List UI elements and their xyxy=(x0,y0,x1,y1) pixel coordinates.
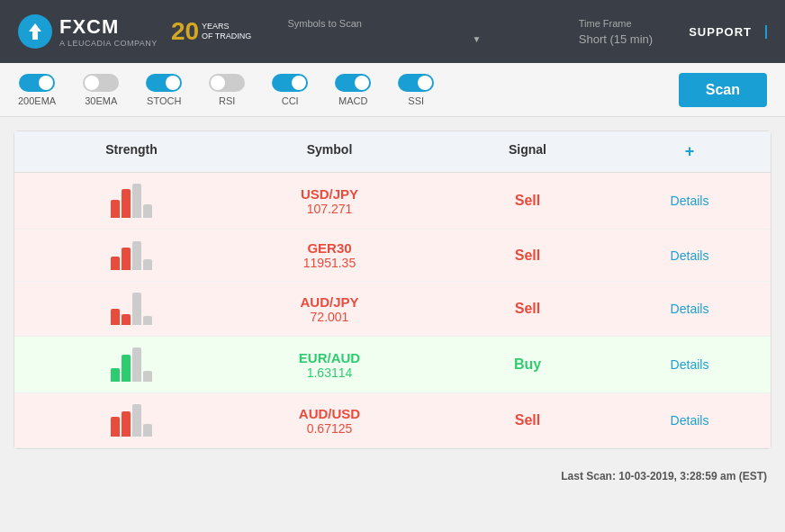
bar-chart-bar xyxy=(132,404,141,437)
details-link[interactable]: Details xyxy=(671,302,709,316)
signal-cell: Sell xyxy=(429,248,627,264)
symbols-label: Symbols to Scan xyxy=(287,18,362,29)
symbol-cell: EUR/AUD1.63114 xyxy=(230,350,429,380)
signal-cell: Sell xyxy=(429,412,627,428)
bar-chart-bar xyxy=(143,259,152,270)
bar-chart-bar xyxy=(132,184,141,218)
toggle-rsi[interactable] xyxy=(209,74,245,92)
symbol-price: 0.67125 xyxy=(230,421,429,436)
toggle-label-stoch: STOCH xyxy=(147,95,181,106)
bar-chart-bar xyxy=(143,316,152,325)
toggle-label-cci: CCI xyxy=(282,95,299,106)
bar-chart-bar xyxy=(111,368,120,382)
symbol-price: 1.63114 xyxy=(230,365,429,380)
toggle-item-200ema: 200EMA xyxy=(18,74,56,106)
toggle-label-macd: MACD xyxy=(338,95,367,106)
toggles-container: 200EMA30EMASTOCHRSICCIMACDSSI xyxy=(18,74,434,106)
toggle-cci[interactable] xyxy=(272,74,308,92)
symbol-cell: AUD/JPY72.001 xyxy=(230,294,429,324)
toggle-item-rsi: RSI xyxy=(209,74,245,106)
details-link[interactable]: Details xyxy=(671,194,709,208)
svg-marker-0 xyxy=(29,23,41,40)
toggle-label-rsi: RSI xyxy=(219,95,235,106)
bar-chart-bar xyxy=(122,411,131,437)
bar-chart-bar xyxy=(122,314,131,325)
strength-cell xyxy=(32,241,230,270)
bar-chart-bar xyxy=(132,347,141,382)
bar-chart-bar xyxy=(143,424,152,437)
bar-chart-bar xyxy=(132,241,141,270)
col-strength: Strength xyxy=(32,142,230,161)
years-label: YEARSOF TRADING xyxy=(202,22,251,41)
symbols-select[interactable] xyxy=(287,32,467,46)
toggle-item-cci: CCI xyxy=(272,74,308,106)
signal-cell: Sell xyxy=(429,193,627,209)
symbol-name: EUR/AUD xyxy=(230,350,429,365)
scan-button[interactable]: Scan xyxy=(679,73,767,107)
signal-cell: Buy xyxy=(429,356,627,373)
details-cell: Details xyxy=(627,301,753,317)
bar-chart-bar xyxy=(111,257,120,270)
symbol-price: 11951.35 xyxy=(230,256,429,270)
bar-chart-bar xyxy=(111,200,120,218)
toggle-stoch[interactable] xyxy=(146,74,182,92)
logo-area: FXCM A LEUCADIA COMPANY 20 YEARSOF TRADI… xyxy=(18,14,251,49)
toggle-item-stoch: STOCH xyxy=(146,74,182,106)
toggle-30ema[interactable] xyxy=(83,74,119,92)
toggle-item-macd: MACD xyxy=(335,74,371,106)
table-header: Strength Symbol Signal + xyxy=(14,131,771,173)
bar-chart-bar xyxy=(143,204,152,218)
details-link[interactable]: Details xyxy=(671,413,709,428)
col-signal: Signal xyxy=(429,142,627,161)
fxcm-brand: FXCM A LEUCADIA COMPANY xyxy=(59,15,158,48)
toggle-knob-stoch xyxy=(166,76,180,90)
toggle-knob-200ema xyxy=(39,76,53,90)
brand-name: FXCM xyxy=(59,15,119,38)
toggle-knob-cci xyxy=(292,76,306,90)
table-row: USD/JPY107.271SellDetails xyxy=(14,173,771,230)
toggle-item-ssi: SSI xyxy=(398,74,434,106)
dropdown-arrow-icon: ▼ xyxy=(472,34,481,44)
col-symbol: Symbol xyxy=(230,142,429,161)
strength-cell xyxy=(32,347,230,382)
details-link[interactable]: Details xyxy=(671,357,709,372)
toggle-knob-30ema xyxy=(85,76,99,90)
symbol-name: GER30 xyxy=(230,240,429,256)
details-link[interactable]: Details xyxy=(671,248,709,263)
toggle-knob-ssi xyxy=(418,76,432,90)
years-number: 20 xyxy=(171,17,199,46)
details-cell: Details xyxy=(627,356,753,373)
symbol-cell: USD/JPY107.271 xyxy=(230,186,429,216)
col-plus[interactable]: + xyxy=(627,142,753,161)
symbol-name: USD/JPY xyxy=(230,186,429,202)
toggle-macd[interactable] xyxy=(335,74,371,92)
toggle-ssi[interactable] xyxy=(398,74,434,92)
bar-chart-bar xyxy=(122,355,131,382)
toggle-label-30ema: 30EMA xyxy=(85,95,117,106)
support-link[interactable]: SUPPORT xyxy=(689,25,767,39)
timeframe-label: Time Frame xyxy=(579,18,632,29)
footer-timestamp: 10-03-2019, 3:28:59 am (EST) xyxy=(618,470,767,482)
leucadia-text: A LEUCADIA COMPANY xyxy=(59,39,158,48)
years-badge: 20 YEARSOF TRADING xyxy=(171,17,252,46)
strength-cell xyxy=(32,404,230,437)
bar-chart-bar xyxy=(122,189,131,218)
details-cell: Details xyxy=(627,193,753,209)
toggle-label-ssi: SSI xyxy=(408,95,424,106)
table-row: AUD/JPY72.001SellDetails xyxy=(14,282,771,337)
toggle-label-200ema: 200EMA xyxy=(18,95,56,106)
symbols-select-wrapper[interactable]: ▼ xyxy=(287,32,481,46)
header: FXCM A LEUCADIA COMPANY 20 YEARSOF TRADI… xyxy=(0,0,785,63)
toolbar: 200EMA30EMASTOCHRSICCIMACDSSI Scan xyxy=(0,63,785,117)
details-cell: Details xyxy=(627,412,753,428)
bar-chart-bar xyxy=(143,371,152,382)
symbol-cell: GER3011951.35 xyxy=(230,240,429,270)
bar-chart-bar xyxy=(132,293,141,325)
signal-cell: Sell xyxy=(429,301,627,317)
footer-prefix: Last Scan: xyxy=(561,470,616,482)
fxcm-icon xyxy=(18,14,52,49)
symbol-price: 72.001 xyxy=(230,310,429,324)
toggle-200ema[interactable] xyxy=(19,74,55,92)
symbol-price: 107.271 xyxy=(230,202,429,216)
strength-cell xyxy=(32,184,230,218)
